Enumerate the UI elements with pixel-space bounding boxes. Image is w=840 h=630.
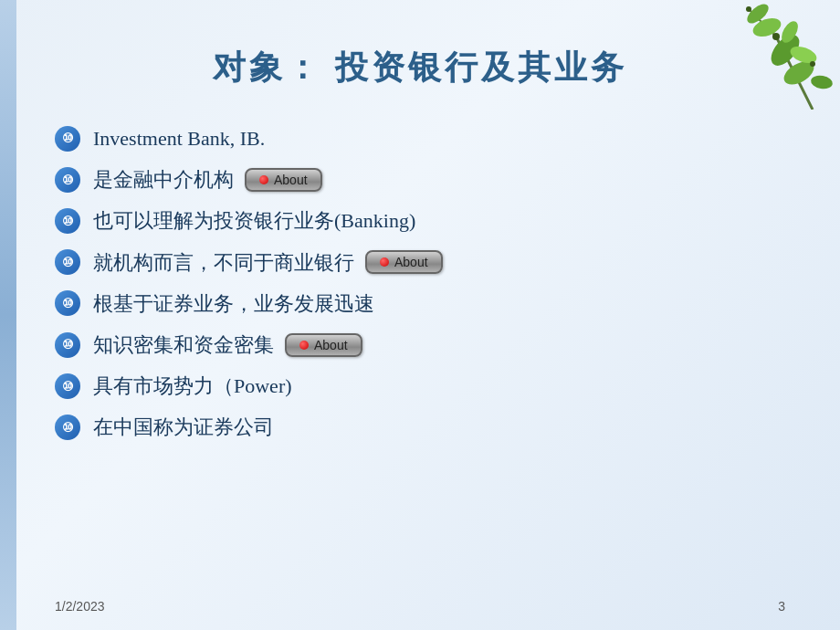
list-item: ⑩ 是金融中介机构 About (55, 163, 785, 195)
svg-point-11 (810, 61, 815, 67)
about-button-2[interactable]: About (365, 250, 443, 274)
footer-date: 1/2/2023 (55, 599, 105, 614)
list-item: ⑩ 知识密集和资金密集 About (55, 329, 785, 361)
list-item: ⑩ Investment Bank, IB. (55, 122, 785, 154)
svg-point-10 (746, 6, 751, 12)
list-item: ⑩ 根基于证券业务，业务发展迅速 (55, 288, 785, 320)
item-text-2: 是金融中介机构 (93, 163, 234, 195)
slide: 对象： 投资银行及其业务 ⑩ Investment Bank, IB. ⑩ 是金… (0, 0, 840, 630)
bullet-icon: ⑩ (55, 167, 80, 193)
item-text-1: Investment Bank, IB. (93, 122, 265, 154)
item-text-7: 具有市场势力（Power) (93, 370, 292, 402)
plant-decoration (721, 0, 840, 110)
bullet-icon: ⑩ (55, 290, 80, 316)
slide-footer: 1/2/2023 3 (55, 599, 785, 614)
list-item: ⑩ 具有市场势力（Power) (55, 370, 785, 402)
footer-page: 3 (778, 599, 785, 614)
list-item: ⑩ 也可以理解为投资银行业务(Banking) (55, 205, 785, 236)
about-button-3[interactable]: About (285, 333, 362, 357)
svg-point-9 (772, 33, 780, 40)
svg-point-7 (810, 74, 834, 90)
slide-title: 对象： 投资银行及其业务 (55, 46, 785, 90)
item-text-5: 根基于证券业务，业务发展迅速 (93, 288, 374, 320)
item-text-3: 也可以理解为投资银行业务(Banking) (93, 205, 415, 236)
left-accent-bar (0, 0, 16, 630)
bullet-icon: ⑩ (55, 208, 80, 234)
list-item: ⑩ 在中国称为证券公司 (55, 411, 785, 443)
list-item: ⑩ 就机构而言，不同于商业银行 About (55, 247, 785, 278)
bullet-icon: ⑩ (55, 415, 80, 440)
item-text-4: 就机构而言，不同于商业银行 (93, 247, 354, 278)
item-text-8: 在中国称为证券公司 (93, 411, 274, 443)
about-button-1[interactable]: About (245, 168, 322, 192)
item-text-6: 知识密集和资金密集 (93, 329, 274, 361)
bullet-icon: ⑩ (55, 249, 80, 275)
bullet-icon: ⑩ (55, 332, 80, 358)
content-list: ⑩ Investment Bank, IB. ⑩ 是金融中介机构 About ⑩… (55, 122, 785, 444)
bullet-icon: ⑩ (55, 126, 80, 152)
bullet-icon: ⑩ (55, 373, 80, 399)
